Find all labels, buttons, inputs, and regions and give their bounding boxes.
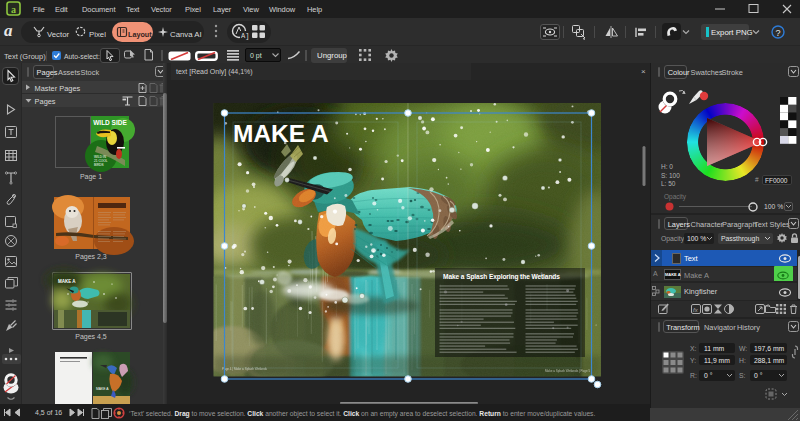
svg-text:?: ? bbox=[775, 28, 780, 38]
svg-text:a: a bbox=[4, 21, 13, 40]
svg-text:A]: A] bbox=[241, 32, 249, 40]
svg-text:Page 4 | Make a Splash W: Page 4 | Make a Splash Wetlands bbox=[222, 367, 268, 371]
svg-text:Make a Splash Exploring the We: Make a Splash Exploring the Wetlands bbox=[443, 273, 560, 281]
svg-text:MAKE A: MAKE A bbox=[96, 387, 109, 391]
svg-text:fx: fx bbox=[693, 306, 699, 312]
svg-text:BIRDS: BIRDS bbox=[94, 162, 104, 166]
svg-text:a: a bbox=[11, 4, 16, 15]
svg-text:MAKE A: MAKE A bbox=[58, 279, 76, 284]
svg-text:WILD SIDE: WILD SIDE bbox=[93, 119, 127, 126]
svg-text:Make a Splash Wetlands |: Make a Splash Wetlands | Page 5 bbox=[545, 369, 590, 373]
svg-text:MAKE A: MAKE A bbox=[233, 120, 329, 147]
